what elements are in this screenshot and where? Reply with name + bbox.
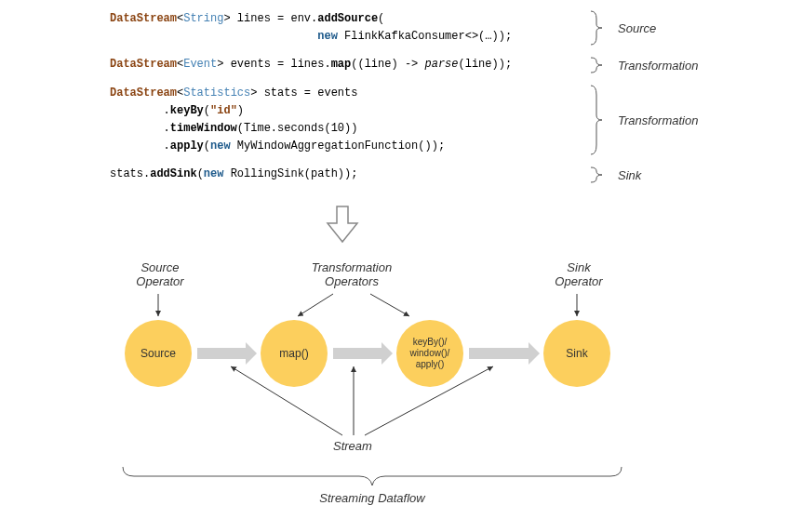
flow-arrow-2 <box>333 348 381 359</box>
code-section: DataStream<String> lines = env.addSource… <box>110 9 743 193</box>
code-row-source: DataStream<String> lines = env.addSource… <box>110 9 743 47</box>
stream-label: Stream <box>333 439 372 453</box>
svg-line-1 <box>298 294 333 316</box>
brace-trans2 <box>584 84 612 156</box>
arrow-down-icon <box>326 205 359 247</box>
label-trans1: Transformation <box>612 59 729 73</box>
node-keyby: keyBy()/ window()/ apply() <box>396 320 463 387</box>
code-line-4: stats.addSink(new RollingSink(path)); <box>110 166 584 183</box>
dataflow-label: Streaming Dataflow <box>307 491 437 505</box>
brace-sink <box>584 166 612 184</box>
flow-arrow-1 <box>197 348 246 359</box>
label-trans2: Transformation <box>612 113 729 127</box>
code-row-trans1: DataStream<Event> events = lines.map((li… <box>110 56 743 74</box>
node-source: Source <box>125 320 192 387</box>
code-row-trans2: DataStream<Statistics> stats = events .k… <box>110 84 743 156</box>
code-line-2: DataStream<Event> events = lines.map((li… <box>110 56 584 73</box>
label-sink: Sink <box>612 168 729 182</box>
label-source: Source <box>612 21 729 35</box>
brace-source <box>584 9 612 47</box>
flow-arrow-3 <box>469 348 529 359</box>
node-map: map() <box>261 320 328 387</box>
dataflow-diagram: Source Operator Transformation Operators… <box>93 270 670 521</box>
svg-line-2 <box>370 294 409 316</box>
node-sink: Sink <box>543 320 610 387</box>
code-row-sink: stats.addSink(new RollingSink(path)); Si… <box>110 166 743 184</box>
code-line-3: DataStream<Statistics> stats = events .k… <box>110 85 584 156</box>
brace-trans1 <box>584 56 612 74</box>
code-line-1: DataStream<String> lines = env.addSource… <box>110 10 584 46</box>
bottom-brace <box>121 465 623 489</box>
